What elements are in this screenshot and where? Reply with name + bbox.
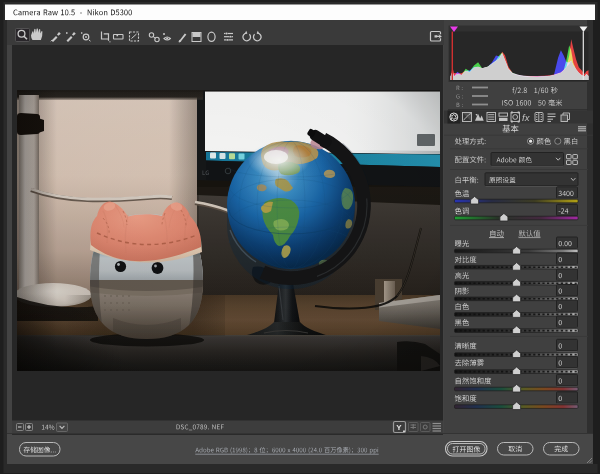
svg-text:fx: fx [522, 112, 531, 123]
svg-text:Y: Y [396, 423, 402, 432]
